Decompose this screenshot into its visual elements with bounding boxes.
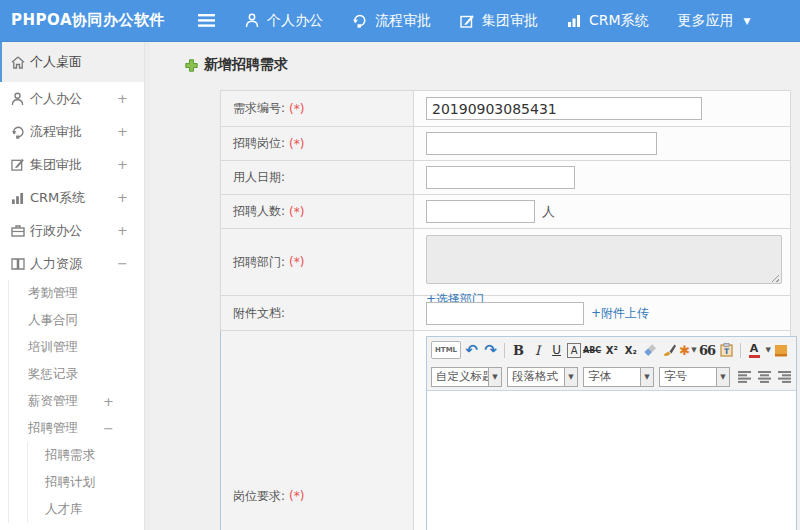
sidebar-item-recruit-mgmt[interactable]: 招聘管理 − [9, 415, 144, 442]
collapse-icon[interactable]: − [103, 421, 114, 436]
sidebar-item-salary-mgmt[interactable]: 薪资管理 + [9, 388, 144, 415]
strikethrough-button[interactable]: ABC [583, 341, 601, 359]
caret-down-icon: ▼ [564, 367, 578, 387]
field-value: +附件上传 [414, 296, 790, 330]
sidebar-item-recruit-demand[interactable]: 招聘需求 [28, 442, 144, 469]
subscript-button[interactable]: X₂ [622, 341, 639, 359]
eraser-icon[interactable] [641, 341, 658, 359]
editor-content-area[interactable] [427, 390, 796, 530]
demand-number-input[interactable] [426, 97, 702, 120]
form-row-demand-number: 需求编号: (*) [220, 90, 791, 127]
topnav-label: 集团审批 [482, 12, 538, 30]
font-family-combobox[interactable]: 字体 ▼ [583, 367, 654, 387]
department-textarea-wrap [426, 235, 782, 287]
hire-date-input[interactable] [426, 166, 575, 189]
caret-down-icon: ▼ [640, 367, 654, 387]
recruit-count-input[interactable] [426, 200, 535, 223]
expand-icon[interactable]: + [117, 124, 128, 139]
sidebar-item-workflow-approval[interactable]: 流程审批 + [0, 115, 144, 148]
edit-icon [460, 14, 474, 28]
field-label: 招聘部门: (*) [221, 229, 414, 295]
highlight-color-icon[interactable] [773, 341, 790, 359]
topnav-personal-office[interactable]: 个人办公 [245, 12, 323, 30]
process-refresh-icon [10, 125, 25, 139]
sidebar-item-personal-office[interactable]: 个人办公 + [0, 82, 144, 115]
caret-down-icon: ▼ [744, 16, 751, 26]
label-text: 招聘部门: [233, 254, 285, 271]
page-title-text: 新增招聘需求 [204, 56, 288, 74]
menu-toggle-icon[interactable] [198, 14, 215, 27]
font-size-combobox[interactable]: 字号 ▼ [659, 367, 730, 387]
paragraph-format-combobox[interactable]: 段落格式 ▼ [507, 367, 578, 387]
border-text-button[interactable]: A [567, 343, 581, 358]
topnav-group-approval[interactable]: 集团审批 [460, 12, 538, 30]
label-text: 附件文档: [233, 305, 285, 322]
sidebar-item-personnel-contract[interactable]: 人事合同 [9, 307, 144, 334]
attachment-upload-link[interactable]: +附件上传 [591, 305, 649, 322]
book-icon [10, 257, 25, 270]
form-row-recruit-position: 招聘岗位: (*) [220, 127, 791, 161]
recruit-department-textarea[interactable] [426, 235, 782, 284]
sidebar-item-talent-pool[interactable]: 人才库 [28, 496, 144, 523]
sidebar-item-personal-desktop[interactable]: 个人桌面 [0, 42, 144, 82]
undo-icon[interactable]: ↶ [463, 341, 480, 359]
sidebar-item-label: 奖惩记录 [28, 366, 78, 383]
recruit-position-input[interactable] [426, 132, 657, 155]
expand-icon[interactable]: + [117, 91, 128, 106]
align-left-icon[interactable] [738, 371, 751, 383]
topnav-crm-system[interactable]: CRM系统 [567, 12, 649, 30]
sidebar-item-label: 人事合同 [28, 312, 78, 329]
custom-title-combobox[interactable]: 自定义标题 ▼ [431, 367, 502, 387]
sidebar-item-label: 招聘管理 [28, 420, 78, 437]
bold-button[interactable]: B [510, 341, 527, 359]
label-text: 岗位要求: [233, 488, 285, 505]
sidebar-item-label: 人才库 [45, 501, 83, 518]
topnav-more-apps[interactable]: 更多应用 ▼ [678, 12, 751, 30]
topnav-workflow-approval[interactable]: 流程审批 [352, 12, 431, 30]
top-navigation: 个人办公 流程审批 集团审批 CRM系统 更多应用 ▼ [245, 12, 780, 30]
expand-icon[interactable]: + [117, 157, 128, 172]
sidebar: 个人桌面 个人办公 + 流程审批 + 集团审批 + CRM系统 + 行政办公 + [0, 42, 145, 530]
sidebar-item-group-approval[interactable]: 集团审批 + [0, 148, 144, 181]
sidebar-item-admin-office[interactable]: 行政办公 + [0, 214, 144, 247]
required-mark: (*) [289, 137, 304, 151]
sidebar-item-recruit-plan[interactable]: 招聘计划 [28, 469, 144, 496]
collapse-icon[interactable]: − [117, 256, 128, 271]
paintbrush-icon[interactable] [660, 341, 677, 359]
superscript-button[interactable]: X² [603, 341, 620, 359]
form-row-hire-date: 用人日期: [220, 161, 791, 195]
sidebar-item-label: 人力资源 [30, 255, 82, 273]
html-source-button[interactable]: HTML [431, 341, 461, 359]
align-right-icon[interactable] [778, 371, 791, 383]
sidebar-item-reward-punishment[interactable]: 奖惩记录 [9, 361, 144, 388]
expand-icon[interactable]: + [117, 190, 128, 205]
redo-icon[interactable]: ↷ [482, 341, 499, 359]
sidebar-item-human-resources[interactable]: 人力资源 − [0, 247, 144, 280]
hr-submenu: 考勤管理 人事合同 培训管理 奖惩记录 薪资管理 + 招聘管理 − 招聘需求 招… [8, 280, 144, 523]
format-brush-icon[interactable]: ✱▼ [679, 341, 696, 359]
sidebar-item-crm-system[interactable]: CRM系统 + [0, 181, 144, 214]
font-color-bar [749, 355, 760, 358]
required-mark: (*) [289, 255, 304, 269]
field-label: 需求编号: (*) [221, 91, 414, 126]
bar-chart-icon [567, 14, 581, 27]
topnav-label: 个人办公 [267, 12, 323, 30]
svg-text:T: T [723, 347, 729, 356]
underline-button[interactable]: U [548, 341, 565, 359]
paste-icon[interactable]: T [718, 341, 735, 359]
expand-icon[interactable]: + [117, 223, 128, 238]
combo-value: 自定义标题 [431, 367, 488, 387]
expand-icon[interactable]: + [103, 394, 114, 409]
attachment-input[interactable] [426, 302, 584, 325]
home-icon [10, 56, 25, 69]
process-refresh-icon [352, 13, 367, 28]
italic-button[interactable]: I [529, 341, 546, 359]
form-row-recruit-count: 招聘人数: (*) 人 [220, 195, 791, 229]
sidebar-item-training-mgmt[interactable]: 培训管理 [9, 334, 144, 361]
sidebar-item-attendance-mgmt[interactable]: 考勤管理 [9, 280, 144, 307]
font-color-button[interactable]: A [746, 341, 763, 359]
toolbar-separator [504, 343, 505, 358]
align-center-icon[interactable] [758, 371, 771, 383]
edit-icon [10, 158, 25, 171]
blockquote-button[interactable]: 66 [699, 341, 716, 359]
